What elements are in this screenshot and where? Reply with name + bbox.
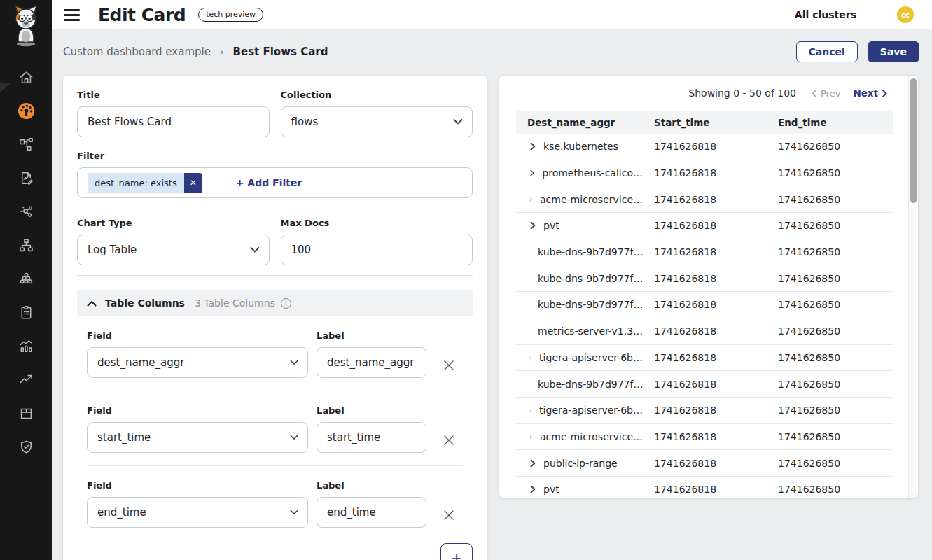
sidebar-item-workloads[interactable]	[0, 262, 52, 295]
end-time-value: 1741626850	[767, 431, 893, 442]
start-time-value: 1741626818	[643, 484, 767, 495]
chart-type-select[interactable]	[77, 234, 270, 265]
remove-column-button[interactable]	[435, 405, 463, 453]
top-bar: Edit Card tech preview All clusters cc	[52, 0, 932, 29]
dest-name-aggr-value: tigera-apiserver-6b…	[539, 352, 643, 363]
add-filter-link[interactable]: + Add Filter	[236, 177, 302, 188]
collection-select[interactable]	[281, 106, 473, 137]
divider	[87, 391, 463, 391]
cancel-button[interactable]: Cancel	[796, 41, 858, 62]
table-row[interactable]: kube-dns-9b7d977f… 1741626818 1741626850	[516, 239, 893, 266]
info-icon[interactable]: i	[281, 298, 291, 309]
table-columns-section-toggle[interactable]: Table Columns 3 Table Columns i	[77, 290, 473, 316]
table-row[interactable]: acme-microservice… 1741626818 1741626850	[516, 424, 893, 451]
table-row[interactable]: kse.kubernetes 1741626818 1741626850	[516, 134, 893, 160]
close-icon	[443, 434, 455, 447]
scrollbar-thumb[interactable]	[910, 78, 917, 203]
sidebar-item-compliance[interactable]	[0, 396, 52, 430]
sidebar-fold-decoration	[0, 83, 11, 92]
table-row[interactable]: prometheus-calico… 1741626818 1741626850	[516, 160, 893, 187]
table-row[interactable]: tigera-apiserver-6b… 1741626818 17416268…	[516, 345, 893, 372]
label-label: Label	[317, 480, 426, 491]
table-row[interactable]: tigera-apiserver-6b… 1741626818 17416268…	[516, 398, 893, 424]
table-row[interactable]: pvt 1741626818 1741626850	[516, 213, 893, 239]
add-column-button[interactable]: +	[440, 543, 473, 560]
field-select-dest-name-aggr[interactable]	[87, 347, 308, 378]
remove-column-button[interactable]	[435, 480, 463, 528]
table-row[interactable]: pvt 1741626818 1741626850	[516, 477, 893, 498]
trend-arrow-icon	[18, 372, 34, 388]
hamburger-menu-icon[interactable]	[64, 9, 80, 21]
field-select-end-time[interactable]	[87, 497, 308, 528]
breadcrumb: Custom dashboard example › Best Flows Ca…	[63, 46, 328, 58]
expand-chevron-icon[interactable]	[530, 169, 534, 177]
sidebar-item-threat-graph[interactable]	[0, 195, 52, 228]
sidebar-item-logs[interactable]	[0, 329, 52, 363]
sidebar-item-security[interactable]	[0, 430, 52, 463]
expand-chevron-icon[interactable]	[530, 406, 531, 414]
table-row[interactable]: kube-dns-9b7d977f… 1741626818 1741626850	[516, 265, 893, 292]
field-select-start-time[interactable]	[87, 422, 308, 453]
next-page-button[interactable]: Next	[853, 88, 887, 99]
cluster-selector[interactable]: All clusters	[795, 9, 856, 20]
breadcrumb-parent-link[interactable]: Custom dashboard example	[63, 46, 211, 58]
sidebar-item-dashboards-active[interactable]	[0, 94, 52, 127]
expand-chevron-icon[interactable]	[530, 459, 536, 468]
breadcrumb-row: Custom dashboard example › Best Flows Ca…	[52, 29, 932, 74]
end-time-value: 1741626850	[767, 246, 893, 258]
start-time-value: 1741626818	[643, 299, 767, 310]
calico-cat-logo[interactable]	[8, 4, 43, 50]
max-docs-input[interactable]	[281, 234, 473, 265]
label-label: Label	[317, 330, 426, 341]
label-label: Label	[317, 405, 426, 416]
expand-chevron-icon[interactable]	[530, 354, 531, 362]
avatar[interactable]: cc	[897, 6, 914, 23]
expand-chevron-icon[interactable]	[530, 433, 532, 441]
column-header-start-time: Start_time	[643, 117, 767, 128]
preview-table-header: Dest_name_aggr Start_time End_time	[516, 111, 893, 134]
dest-name-aggr-value: public-ip-range	[543, 458, 618, 469]
label-input-dest-name-aggr[interactable]	[317, 347, 426, 378]
filter-chip-text: dest_name: exists	[88, 173, 184, 193]
remove-column-button[interactable]	[435, 330, 463, 378]
breadcrumb-current: Best Flows Card	[233, 46, 328, 58]
edit-card-form-panel: Title Collection Filter dest_name: exist…	[63, 76, 487, 560]
expand-chevron-icon[interactable]	[530, 195, 532, 204]
start-time-value: 1741626818	[643, 326, 767, 337]
end-time-value: 1741626850	[767, 141, 893, 152]
label-input-end-time[interactable]	[317, 497, 426, 528]
chart-type-label: Chart Type	[77, 218, 270, 228]
table-columns-header: Table Columns	[105, 298, 185, 309]
expand-chevron-icon[interactable]	[530, 142, 536, 150]
table-row[interactable]: kube-dns-9b7d977f… 1741626818 1741626850	[516, 292, 893, 318]
expand-chevron-icon[interactable]	[530, 485, 536, 493]
title-input[interactable]	[77, 106, 270, 137]
dest-name-aggr-value: kse.kubernetes	[543, 141, 618, 152]
column-config-row: Field Label	[87, 405, 463, 453]
save-button[interactable]: Save	[868, 41, 919, 62]
sidebar-item-policies[interactable]	[0, 295, 52, 329]
label-input-start-time[interactable]	[317, 422, 426, 453]
end-time-value: 1741626850	[767, 352, 893, 363]
column-header-end-time: End_time	[767, 117, 893, 128]
start-time-value: 1741626818	[643, 405, 767, 416]
sidebar-item-network-sets[interactable]	[0, 228, 52, 262]
dashboard-gauge-icon	[17, 102, 36, 120]
sidebar-item-service-graph[interactable]	[0, 127, 52, 161]
table-row[interactable]: metrics-server-v1.3… 1741626818 17416268…	[516, 318, 893, 345]
scrollbar-track[interactable]	[908, 76, 917, 498]
table-row[interactable]: public-ip-range 1741626818 1741626850	[516, 450, 893, 477]
sidebar-item-traffic[interactable]	[0, 363, 52, 396]
sidebar-item-reports[interactable]	[0, 161, 52, 195]
filter-input[interactable]: dest_name: exists ✕ + Add Filter	[77, 167, 473, 198]
prev-page-button[interactable]: Prev	[812, 88, 840, 99]
table-row[interactable]: kube-dns-9b7d977f… 1741626818 1741626850	[516, 371, 893, 398]
table-row[interactable]: acme-microservice… 1741626818 1741626850	[516, 186, 893, 213]
chevron-up-icon	[87, 300, 97, 307]
hierarchy-icon	[18, 237, 34, 253]
expand-chevron-icon[interactable]	[530, 221, 536, 230]
pagination-status: Showing 0 - 50 of 100	[688, 88, 796, 99]
sidebar	[0, 0, 52, 560]
dest-name-aggr-value: kube-dns-9b7d977f…	[538, 379, 643, 390]
filter-chip-remove-button[interactable]: ✕	[184, 173, 202, 193]
